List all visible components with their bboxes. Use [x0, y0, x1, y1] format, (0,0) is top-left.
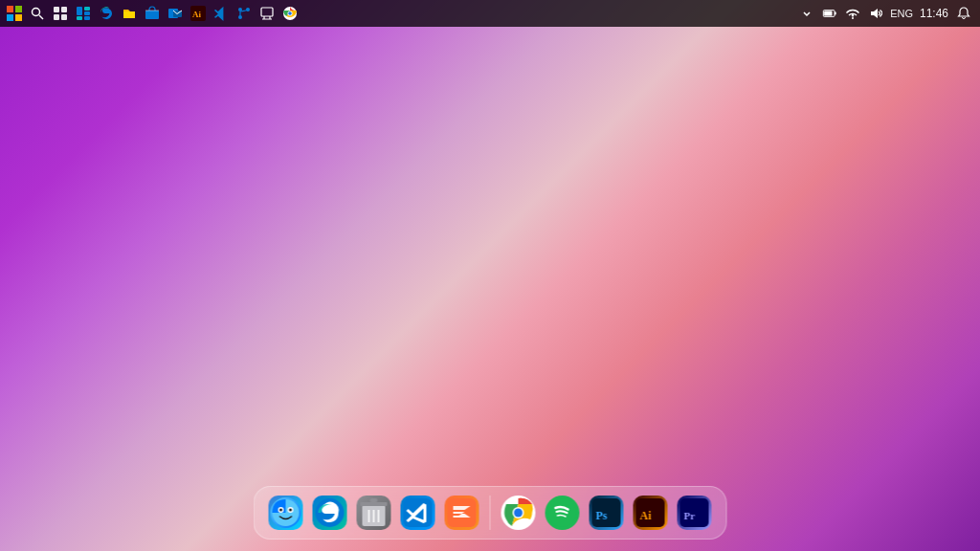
- svg-point-50: [548, 498, 577, 527]
- svg-text:Pr: Pr: [684, 510, 696, 521]
- vscode-taskbar-icon[interactable]: [211, 3, 232, 24]
- svg-rect-10: [77, 7, 82, 15]
- svg-point-49: [514, 509, 523, 518]
- svg-point-27: [288, 11, 292, 15]
- chrome-taskbar-icon[interactable]: [279, 3, 301, 24]
- dock-sublime[interactable]: [442, 493, 482, 533]
- store-taskbar-icon[interactable]: [142, 3, 163, 24]
- taskbar: Ai: [0, 0, 980, 27]
- svg-rect-7: [61, 7, 67, 12]
- svg-rect-30: [835, 11, 836, 14]
- svg-point-37: [289, 509, 292, 512]
- dock-edge[interactable]: [310, 493, 350, 533]
- svg-rect-14: [84, 16, 90, 20]
- svg-rect-3: [15, 14, 22, 21]
- illustrator-taskbar-icon[interactable]: Ai: [188, 3, 209, 24]
- desktop: Ai: [0, 0, 980, 551]
- dock-finder[interactable]: [266, 493, 306, 533]
- file-explorer-taskbar-icon[interactable]: [119, 3, 140, 24]
- svg-rect-0: [7, 6, 13, 12]
- taskbar-right: ENG 11:46: [798, 5, 980, 22]
- svg-point-36: [279, 509, 282, 512]
- svg-text:Ai: Ai: [192, 10, 201, 19]
- dock-divider: [490, 496, 491, 530]
- dock-spotify[interactable]: [543, 493, 583, 533]
- language-indicator[interactable]: ENG: [890, 8, 913, 19]
- svg-rect-9: [61, 14, 67, 20]
- svg-rect-11: [84, 11, 90, 15]
- dock-photoshop[interactable]: Ps: [587, 493, 627, 533]
- dock: Ps Ai Pr: [254, 486, 727, 540]
- svg-rect-23: [261, 8, 273, 16]
- network-icon[interactable]: [844, 5, 861, 22]
- dock-chrome[interactable]: [499, 493, 539, 533]
- svg-rect-12: [84, 7, 90, 11]
- snip-taskbar-icon[interactable]: [256, 3, 278, 24]
- svg-text:Ps: Ps: [596, 509, 608, 522]
- taskbar-left: Ai: [0, 3, 798, 24]
- svg-rect-40: [361, 502, 388, 506]
- svg-point-4: [33, 9, 40, 16]
- widgets-button[interactable]: [73, 3, 94, 24]
- dock-illustrator[interactable]: Ai: [631, 493, 671, 533]
- edge-taskbar-icon[interactable]: [96, 3, 117, 24]
- svg-text:Ai: Ai: [640, 509, 653, 522]
- battery-icon[interactable]: [821, 5, 838, 22]
- dock-vscode[interactable]: [398, 493, 438, 533]
- svg-rect-29: [824, 11, 832, 16]
- notification-button[interactable]: [955, 5, 972, 22]
- search-button[interactable]: [27, 3, 48, 24]
- svg-rect-2: [7, 14, 13, 21]
- svg-rect-41: [370, 498, 378, 502]
- svg-rect-13: [77, 16, 82, 20]
- svg-rect-1: [15, 6, 22, 12]
- windows-start-button[interactable]: [4, 3, 25, 24]
- clock[interactable]: 11:46: [919, 7, 949, 20]
- show-hidden-icons-button[interactable]: [798, 5, 815, 22]
- volume-icon[interactable]: [867, 5, 884, 22]
- svg-rect-8: [54, 14, 59, 20]
- dock-trash[interactable]: [354, 493, 394, 533]
- task-view-button[interactable]: [50, 3, 71, 24]
- svg-line-5: [39, 15, 43, 19]
- dock-premiere[interactable]: Pr: [675, 493, 715, 533]
- svg-point-31: [852, 17, 854, 19]
- outlook-taskbar-icon[interactable]: [165, 3, 186, 24]
- git-taskbar-icon[interactable]: [234, 3, 255, 24]
- svg-rect-6: [54, 7, 59, 12]
- svg-rect-15: [145, 11, 159, 19]
